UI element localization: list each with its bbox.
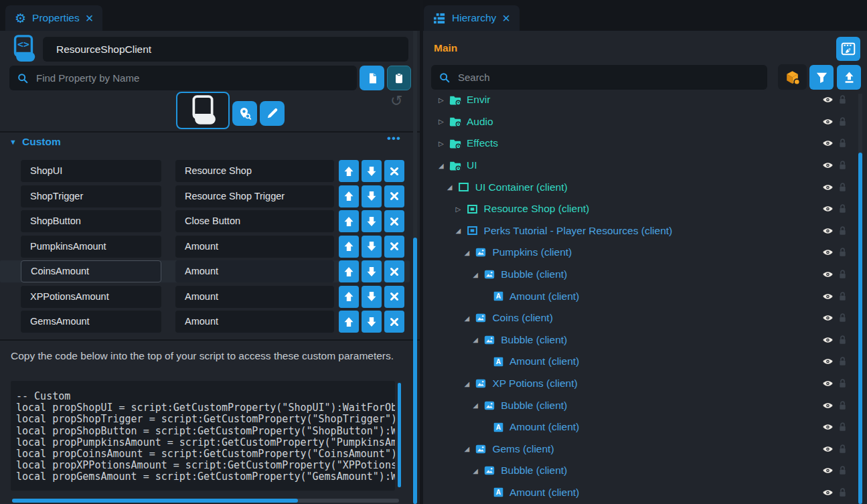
move-down-button[interactable] [362, 260, 382, 282]
tree-row[interactable]: ◢ Bubble (client) [423, 329, 859, 351]
move-up-button[interactable] [339, 260, 359, 282]
property-value-field[interactable]: Amount [175, 311, 334, 333]
eye-icon[interactable] [822, 314, 834, 322]
hierarchy-scrollbar-thumb[interactable] [858, 153, 862, 504]
close-icon[interactable]: × [502, 11, 510, 25]
move-down-button[interactable] [362, 236, 382, 258]
property-search-input[interactable] [35, 72, 357, 84]
script-name-field[interactable] [43, 37, 408, 62]
delete-property-button[interactable] [384, 311, 404, 333]
delete-property-button[interactable] [384, 210, 404, 232]
expand-twisty-icon[interactable]: ◢ [473, 402, 483, 409]
expand-twisty-icon[interactable]: ▷ [456, 205, 467, 213]
move-down-button[interactable] [362, 286, 382, 308]
eye-icon[interactable] [822, 248, 834, 256]
move-up-button[interactable] [339, 160, 359, 182]
property-value-field[interactable]: Resource Shop Trigger [175, 185, 334, 207]
property-name-field[interactable]: ShopUI [21, 160, 161, 182]
expand-twisty-icon[interactable]: ◢ [439, 162, 449, 169]
eye-icon[interactable] [822, 445, 834, 453]
lock-icon[interactable] [838, 444, 847, 454]
code-vertical-scrollbar[interactable] [398, 383, 401, 487]
move-up-button[interactable] [339, 185, 359, 207]
lock-icon[interactable] [838, 138, 847, 149]
scene-publish-button[interactable] [836, 37, 860, 61]
lock-icon[interactable] [838, 400, 847, 411]
property-value-field[interactable]: Amount [175, 236, 334, 258]
property-name-field[interactable]: CoinsAmount [21, 260, 161, 282]
eye-icon[interactable] [822, 205, 834, 213]
lock-icon[interactable] [838, 269, 847, 280]
eye-icon[interactable] [822, 489, 834, 497]
eye-icon[interactable] [822, 161, 834, 169]
tree-row[interactable]: A Amount (client) [423, 416, 859, 438]
copy-properties-button[interactable] [360, 66, 384, 90]
properties-scrollbar-thumb[interactable] [413, 238, 417, 504]
template-filter-button[interactable] [778, 64, 807, 90]
tree-row[interactable]: ◢ Coins (client) [423, 307, 859, 329]
tree-row[interactable]: ▷ Resource Shop (client) [423, 198, 859, 220]
expand-twisty-icon[interactable]: ◢ [464, 249, 475, 256]
expand-twisty-icon[interactable]: ◢ [473, 271, 483, 278]
property-name-field[interactable]: XPPotionsAmount [21, 286, 161, 308]
lock-icon[interactable] [838, 203, 847, 214]
eye-icon[interactable] [822, 423, 834, 431]
edit-script-button[interactable] [260, 101, 285, 126]
ellipsis-menu-icon[interactable]: ••• [387, 132, 401, 145]
lock-icon[interactable] [838, 226, 847, 236]
expand-twisty-icon[interactable]: ◢ [464, 380, 475, 388]
property-name-field[interactable]: GemsAmount [21, 311, 161, 333]
filter-button[interactable] [809, 65, 834, 90]
lock-icon[interactable] [838, 313, 847, 323]
tab-hierarchy[interactable]: Hierarchy × [424, 5, 520, 31]
tree-row[interactable]: ◢ UI [423, 155, 859, 177]
move-up-button[interactable] [339, 236, 359, 258]
lock-icon[interactable] [838, 247, 847, 258]
eye-icon[interactable] [822, 183, 834, 191]
lock-icon[interactable] [838, 182, 847, 193]
lock-icon[interactable] [838, 465, 847, 476]
eye-icon[interactable] [822, 118, 834, 126]
eye-icon[interactable] [822, 227, 834, 235]
lock-icon[interactable] [838, 116, 847, 127]
lock-icon[interactable] [838, 378, 847, 389]
expand-twisty-icon[interactable]: ◢ [456, 227, 467, 234]
tree-row[interactable]: ◢ Bubble (client) [423, 460, 859, 482]
expand-twisty-icon[interactable]: ▷ [439, 118, 449, 125]
property-name-field[interactable]: PumpkinsAmount [21, 236, 161, 258]
tree-row[interactable]: ▷ Effects [423, 133, 859, 155]
tab-properties[interactable]: ⚙ Properties × [5, 5, 102, 31]
tree-row[interactable]: ▷ Envir [423, 94, 859, 111]
script-asset-thumbnail[interactable]: <> [176, 92, 230, 129]
move-down-button[interactable] [362, 311, 382, 333]
move-down-button[interactable] [362, 210, 382, 232]
lock-icon[interactable] [838, 487, 847, 498]
expand-twisty-icon[interactable]: ◢ [464, 445, 475, 452]
lock-icon[interactable] [838, 335, 847, 345]
lock-icon[interactable] [838, 422, 847, 432]
tree-row[interactable]: ◢ Bubble (client) [423, 264, 859, 286]
reset-icon[interactable]: ↺ [390, 92, 402, 110]
eye-icon[interactable] [822, 380, 834, 388]
eye-icon[interactable] [822, 402, 834, 410]
locate-asset-button[interactable] [232, 101, 257, 126]
hierarchy-search-input[interactable] [457, 71, 767, 84]
tree-row[interactable]: ◢ Bubble (client) [423, 394, 859, 416]
expand-twisty-icon[interactable]: ▷ [439, 96, 449, 104]
delete-property-button[interactable] [384, 260, 404, 282]
delete-property-button[interactable] [384, 236, 404, 258]
eye-icon[interactable] [822, 96, 834, 104]
property-value-field[interactable]: Resource Shop [175, 160, 334, 182]
move-up-button[interactable] [339, 210, 359, 232]
move-down-button[interactable] [362, 160, 382, 182]
move-up-button[interactable] [339, 311, 359, 333]
expand-twisty-icon[interactable]: ◢ [473, 336, 483, 343]
tree-row[interactable]: ◢ Perks Tutorial - Player Resources (cli… [423, 220, 859, 242]
tree-row[interactable]: A Amount (client) [423, 285, 859, 307]
eye-icon[interactable] [822, 467, 834, 475]
tree-row[interactable]: ◢ Gems (client) [423, 438, 859, 460]
eye-icon[interactable] [822, 357, 834, 365]
collapse-caret-icon[interactable]: ▼ [9, 138, 17, 146]
expand-twisty-icon[interactable]: ◢ [473, 467, 483, 475]
code-horizontal-scrollbar-thumb[interactable] [12, 499, 298, 503]
